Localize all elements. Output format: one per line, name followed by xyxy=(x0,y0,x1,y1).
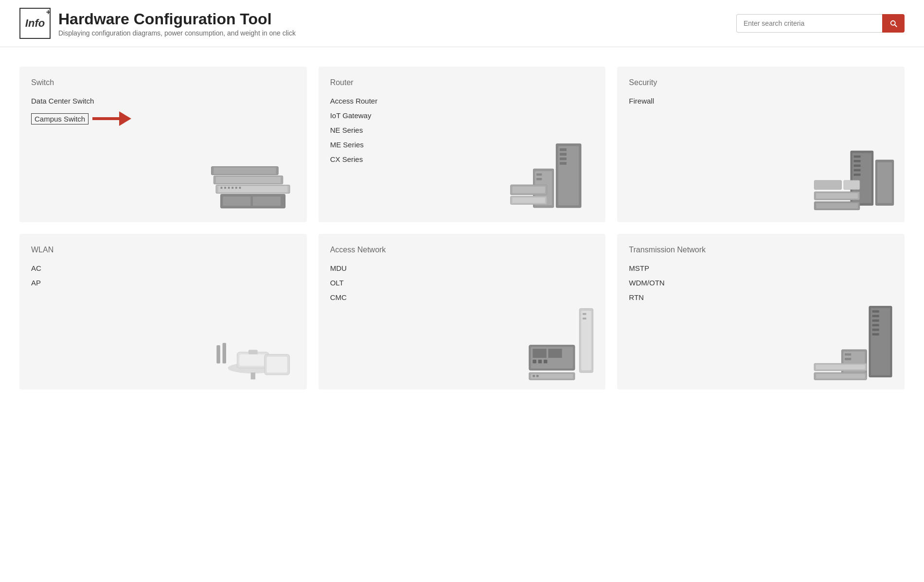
svg-rect-62 xyxy=(549,349,562,358)
list-item[interactable]: AC xyxy=(31,264,295,273)
list-item[interactable]: RTN xyxy=(629,293,893,302)
card-wlan-links: AC AP xyxy=(31,264,295,287)
link-wdm-otn[interactable]: WDM/OTN xyxy=(629,279,664,287)
svg-rect-54 xyxy=(222,343,226,363)
svg-rect-34 xyxy=(854,160,861,162)
svg-rect-63 xyxy=(533,360,537,364)
list-item[interactable]: Access Router xyxy=(330,97,594,106)
svg-rect-30 xyxy=(513,197,546,203)
cards-row-2: WLAN AC AP xyxy=(19,234,905,389)
svg-rect-39 xyxy=(877,162,892,203)
list-item[interactable]: IoT Gateway xyxy=(330,111,594,120)
list-item[interactable]: CX Series xyxy=(330,155,594,164)
search-button[interactable] xyxy=(882,14,905,33)
search-box xyxy=(736,14,905,33)
card-switch-title: Switch xyxy=(31,78,295,87)
svg-rect-12 xyxy=(235,187,237,189)
card-transmission-network-title: Transmission Network xyxy=(629,246,893,254)
link-ac[interactable]: AC xyxy=(31,264,41,272)
list-item[interactable]: Data Center Switch xyxy=(31,97,295,106)
svg-rect-77 xyxy=(872,333,879,335)
access-svg xyxy=(520,304,598,382)
search-icon xyxy=(889,19,898,28)
transmission-svg xyxy=(809,304,897,382)
svg-rect-81 xyxy=(845,358,851,360)
svg-rect-35 xyxy=(854,164,861,167)
svg-rect-75 xyxy=(872,324,879,326)
svg-rect-44 xyxy=(814,180,841,190)
svg-rect-56 xyxy=(581,311,591,370)
link-ne-series[interactable]: NE Series xyxy=(330,126,363,134)
svg-rect-37 xyxy=(854,174,861,176)
card-switch-links: Data Center Switch Campus Switch xyxy=(31,97,295,126)
card-router-title: Router xyxy=(330,78,594,87)
link-rtn[interactable]: RTN xyxy=(629,293,644,301)
list-item[interactable]: MSTP xyxy=(629,264,893,273)
svg-rect-61 xyxy=(533,349,547,358)
switch-hardware-image xyxy=(202,137,299,214)
list-item[interactable]: MDU xyxy=(330,264,594,273)
svg-rect-76 xyxy=(872,329,879,331)
svg-rect-13 xyxy=(239,187,241,189)
list-item[interactable]: WDM/OTN xyxy=(629,279,893,287)
svg-marker-1 xyxy=(119,111,131,126)
link-cmc[interactable]: CMC xyxy=(330,293,347,301)
svg-rect-73 xyxy=(872,315,879,317)
link-data-center-switch[interactable]: Data Center Switch xyxy=(31,97,94,105)
list-item[interactable]: NE Series xyxy=(330,126,594,135)
link-access-router[interactable]: Access Router xyxy=(330,97,378,105)
list-item[interactable]: CMC xyxy=(330,293,594,302)
cards-row-1: Switch Data Center Switch Campus Switch xyxy=(19,67,905,222)
security-hardware-image xyxy=(800,137,897,214)
card-router-links: Access Router IoT Gateway NE Series ME S… xyxy=(330,97,594,164)
link-campus-switch[interactable]: Campus Switch xyxy=(31,113,89,124)
logo: + Info xyxy=(19,8,51,39)
card-transmission-network-links: MSTP WDM/OTN RTN xyxy=(629,264,893,302)
link-cx-series[interactable]: CX Series xyxy=(330,155,363,163)
link-mdu[interactable]: MDU xyxy=(330,264,347,272)
link-iot-gateway[interactable]: IoT Gateway xyxy=(330,111,372,120)
svg-rect-50 xyxy=(250,372,255,379)
svg-rect-36 xyxy=(854,169,861,172)
svg-rect-69 xyxy=(536,375,539,377)
header: + Info Hardware Configuration Tool Displ… xyxy=(0,0,924,47)
svg-rect-71 xyxy=(871,308,890,375)
list-item[interactable]: ME Series xyxy=(330,141,594,149)
svg-rect-48 xyxy=(239,354,267,366)
svg-rect-5 xyxy=(216,176,281,183)
list-item[interactable]: AP xyxy=(31,279,295,287)
svg-rect-15 xyxy=(223,196,250,206)
svg-rect-64 xyxy=(538,360,542,364)
svg-rect-0 xyxy=(92,117,119,120)
app-title: Hardware Configuration Tool xyxy=(58,10,296,28)
link-me-series[interactable]: ME Series xyxy=(330,141,364,149)
link-olt[interactable]: OLT xyxy=(330,279,344,287)
svg-rect-10 xyxy=(228,187,230,189)
search-input[interactable] xyxy=(736,14,882,33)
link-ap[interactable]: AP xyxy=(31,279,41,287)
card-switch: Switch Data Center Switch Campus Switch xyxy=(19,67,307,222)
card-security-title: Security xyxy=(629,78,893,87)
svg-rect-8 xyxy=(220,187,222,189)
svg-rect-45 xyxy=(844,180,860,190)
svg-rect-33 xyxy=(854,156,861,158)
svg-rect-9 xyxy=(224,187,226,189)
list-item[interactable]: Firewall xyxy=(629,97,893,106)
link-mstp[interactable]: MSTP xyxy=(629,264,649,272)
svg-rect-57 xyxy=(583,313,586,315)
card-security-links: Firewall xyxy=(629,97,893,106)
campus-switch-wrapper: Campus Switch xyxy=(31,111,295,126)
svg-rect-49 xyxy=(249,350,258,354)
list-item[interactable]: OLT xyxy=(330,279,594,287)
logo-plus: + xyxy=(46,8,51,17)
list-item[interactable]: Campus Switch xyxy=(31,111,295,126)
link-firewall[interactable]: Firewall xyxy=(629,97,654,105)
svg-rect-41 xyxy=(816,193,858,198)
card-security: Security Firewall xyxy=(617,67,905,222)
main-content: Switch Data Center Switch Campus Switch xyxy=(0,47,924,421)
svg-rect-25 xyxy=(536,174,542,176)
card-transmission-network: Transmission Network MSTP WDM/OTN RTN xyxy=(617,234,905,389)
switch-svg xyxy=(207,146,299,214)
svg-rect-11 xyxy=(231,187,233,189)
security-svg xyxy=(804,146,897,214)
